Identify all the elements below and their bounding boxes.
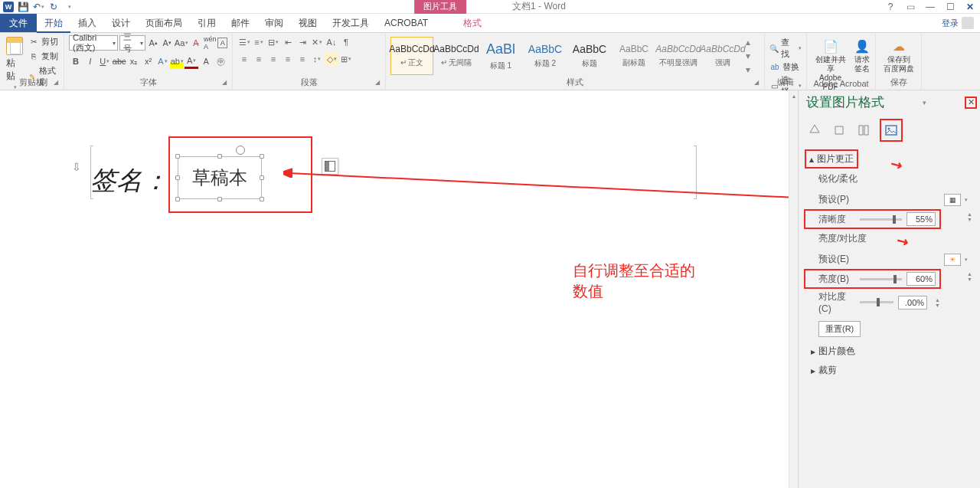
sharpness-slider[interactable] [860,218,902,221]
replace-button[interactable]: ab替换 [769,61,802,73]
subscript-button[interactable]: x₂ [127,54,141,69]
dialog-launcher-icon[interactable]: ◢ [54,79,61,87]
spin-down-icon[interactable]: ▼ [935,303,940,308]
font-name-select[interactable]: Calibri (西文) [69,35,118,51]
spin-down-icon[interactable]: ▼ [967,277,972,282]
style-heading1[interactable]: AaBl标题 1 [479,37,522,75]
superscript-button[interactable]: x² [142,54,155,69]
tab-developer[interactable]: 开发工具 [325,14,377,32]
effects-tab-icon[interactable] [831,122,848,139]
char-shading-button[interactable]: A [199,54,213,69]
borders-button[interactable]: ⊞▾ [339,52,353,66]
underline-button[interactable]: U▾ [98,54,112,69]
bold-button[interactable]: B [69,54,83,69]
line-spacing-button[interactable]: ↕▾ [310,52,324,66]
preset-sharpen-button[interactable]: ▦ [944,194,961,206]
copy-button[interactable]: ⎘复制 [28,50,59,63]
align-right-button[interactable]: ≡ [266,52,280,66]
sharpness-value-input[interactable]: 55% [906,212,936,226]
style-subtle-emphasis[interactable]: AaBbCcDd不明显强调 [657,37,700,75]
cut-button[interactable]: ✂剪切 [28,35,59,48]
inserted-picture[interactable]: 草稿本 [178,156,262,199]
italic-button[interactable]: I [83,54,97,69]
dialog-launcher-icon[interactable]: ◢ [375,79,383,87]
shading-button[interactable]: ◇▾ [325,52,338,66]
bullets-button[interactable]: ☰▾ [237,35,251,49]
qat-save-icon[interactable]: 💾 [17,1,29,13]
tab-review[interactable]: 审阅 [257,14,291,32]
style-heading2[interactable]: AaBbC标题 2 [524,37,567,75]
tab-page-layout[interactable]: 页面布局 [138,14,190,32]
qat-customize-icon[interactable]: ▾ [63,1,75,13]
section-crop[interactable]: ▸ 裁剪 [805,361,974,380]
document-area[interactable]: ⇩ 签名： 草稿本 自行调整至合适的数值 [0,90,798,488]
tab-insert[interactable]: 插入 [70,14,104,32]
scroll-up-icon[interactable]: ▴ [789,90,798,101]
decrease-indent-button[interactable]: ⇤ [281,35,295,49]
tab-home[interactable]: 开始 [37,15,70,33]
enclose-char-button[interactable]: ㊥ [214,54,227,69]
chevron-down-icon[interactable]: ▾ [965,257,968,263]
tab-format[interactable]: 格式 [456,14,489,32]
justify-button[interactable]: ≡ [281,52,295,66]
tab-view[interactable]: 视图 [291,14,325,32]
style-emphasis[interactable]: AaBbCcDd强调 [701,37,744,75]
style-no-spacing[interactable]: AaBbCcDd↵ 无间隔 [435,37,478,75]
tab-acrobat[interactable]: ACROBAT [377,14,436,32]
preset-brightness-button[interactable]: ☀ [944,254,961,266]
maximize-icon[interactable]: ☐ [943,0,957,14]
distributed-button[interactable]: ≡ [296,52,309,66]
tab-design[interactable]: 设计 [104,14,138,32]
char-border-button[interactable]: A [217,38,227,48]
sort-button[interactable]: A↓ [325,35,338,49]
qat-redo-icon[interactable]: ↻ [47,1,60,13]
resize-handle[interactable] [217,154,222,159]
minimize-icon[interactable]: — [923,0,937,14]
change-case-button[interactable]: Aa▾ [175,35,188,51]
help-icon[interactable]: ? [884,0,897,14]
baidu-save-button[interactable]: ☁保存到百度网盘 [884,38,914,74]
grow-font-button[interactable]: A▴ [147,35,159,51]
login-link[interactable]: 登录 [942,17,974,29]
resize-handle[interactable] [260,175,264,180]
style-normal[interactable]: AaBbCcDd↵ 正文 [390,37,433,75]
numbering-button[interactable]: ≡▾ [252,35,266,49]
vertical-scrollbar[interactable]: ▴ [789,90,798,488]
text-effects-button[interactable]: A▾ [155,54,169,69]
strike-button[interactable]: abc [113,54,126,69]
multilevel-button[interactable]: ⊟▾ [266,35,280,49]
section-picture-corrections[interactable]: ▴ 图片更正 [805,149,858,169]
asian-layout-button[interactable]: ✕▾ [310,35,324,49]
section-picture-color[interactable]: ▸ 图片颜色 [805,342,974,361]
tab-mailings[interactable]: 邮件 [224,14,257,32]
find-button[interactable]: 🔍查找▾ [769,37,802,60]
resize-handle[interactable] [175,175,180,180]
style-subtitle[interactable]: AaBbC副标题 [612,37,655,75]
spin-up-icon[interactable]: ▲ [967,211,972,217]
style-title[interactable]: AaBbC标题 [568,37,611,75]
reset-button[interactable]: 重置(R) [818,321,861,337]
tab-file[interactable]: 文件 [0,14,37,32]
spin-down-icon[interactable]: ▼ [967,217,972,222]
increase-indent-button[interactable]: ⇥ [296,35,309,49]
highlight-button[interactable]: ab▾ [170,54,184,69]
clear-format-button[interactable]: A̶ [190,35,202,51]
resize-handle[interactable] [260,154,264,159]
close-icon[interactable]: ✕ [963,0,977,14]
layout-tab-icon[interactable] [855,122,872,139]
dialog-launcher-icon[interactable]: ◢ [754,79,762,87]
align-center-button[interactable]: ≡ [252,52,266,66]
shrink-font-button[interactable]: A▾ [161,35,173,51]
fill-line-tab-icon[interactable] [806,122,823,139]
qat-undo-icon[interactable]: ↶▾ [32,1,44,13]
contrast-slider[interactable] [860,301,893,303]
font-color-button[interactable]: A▾ [185,54,198,69]
pane-menu-icon[interactable]: ▾ [923,99,926,106]
pane-close-button[interactable]: ✕ [965,97,977,109]
ribbon-display-options-icon[interactable]: ▭ [903,0,917,14]
font-size-select[interactable]: 三号 [119,35,145,51]
spin-up-icon[interactable]: ▲ [935,297,940,303]
picture-tab-icon[interactable] [880,119,903,142]
tab-references[interactable]: 引用 [190,14,224,32]
rotate-handle[interactable] [236,146,245,155]
